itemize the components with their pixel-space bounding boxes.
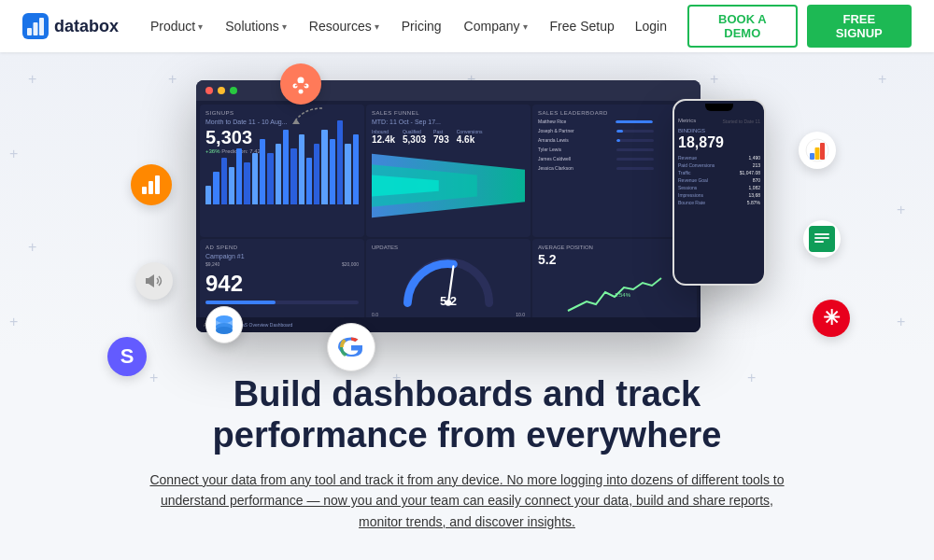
phone-metric-row: Sessions 1,082 [678,185,760,190]
phone-big-number: 18,879 [678,134,760,151]
stripe-icon: S [107,337,147,376]
nav-links: Product ▾ Solutions ▾ Resources ▾ Pricin… [141,13,624,39]
ad-spend-label: AD SPEND [205,245,359,250]
phone-metric-row: Bounce Rate 5.87% [678,200,760,205]
ad-spend-bar-bg [205,301,359,304]
window-titlebar [196,80,700,101]
phone-content: Metrics Started to Date 11 BINDINGS 18,8… [674,114,764,284]
leaderboard-row: Tyler Lewis $0,180 [538,147,691,152]
svg-rect-24 [142,187,147,194]
ad-spend-number: 942 [205,271,359,297]
svg-marker-15 [292,119,300,124]
megaphone-icon [135,262,173,300]
book-demo-button[interactable]: BOOK A DEMO [687,5,798,48]
leaderboard-title: SALES LEADERBOARD [538,110,691,116]
svg-point-8 [298,77,304,84]
google-ads-icon [799,132,836,169]
main-dashboard-window: SIGNUPS Month to Date 11 - 10 Aug... 5,3… [196,80,700,332]
svg-rect-23 [814,241,824,243]
hubspot-icon [280,63,321,105]
databox-bar-icon [131,164,172,205]
logo[interactable]: databox [22,13,119,39]
chevron-down-icon: ▾ [375,21,379,32]
gauge-svg: 5.2 [372,252,525,308]
dashboard-preview: SIGNUPS Month to Date 11 - 10 Aug... 5,3… [149,71,785,388]
sales-funnel-panel: SALES FUNNEL MTD: 11 Oct - Sep 17... Inb… [366,105,531,237]
google-sheets-icon [803,220,841,258]
ad-spend-range: $9,240 $20,000 [205,261,359,267]
google-g-icon [327,323,375,371]
hero-section: + + + + + + + + + + + + + + + SIGNUPS [0,52,934,560]
hero-subtext: Connect your data from any tool and trac… [149,469,785,532]
phone-mockup: Metrics Started to Date 11 BINDINGS 18,8… [672,99,766,286]
hero-subtext-underline: from any tool and track it from any devi… [261,472,500,487]
phone-metric-row: Impressions 13,68 [678,192,760,198]
svg-rect-3 [39,18,44,35]
leaderboard-row: Jessica Clarkson $0,000 [538,165,691,171]
svg-rect-25 [149,181,153,194]
svg-rect-19 [820,143,825,160]
phone-rows: Revenue 1,490 Paid Conversions 213 Traff… [678,155,760,205]
phone-metric-row: Paid Conversions 213 [678,162,760,168]
phone-title: Metrics [678,118,696,123]
phone-metric-row: Traffic $1,047.08 [678,170,760,175]
maximize-dot [230,87,237,94]
chevron-down-icon: ▾ [282,21,287,32]
phone-metric-row: Revenue Goal 870 [678,177,760,183]
phone-status-bar [674,101,764,114]
phone-date: Started to Date 11 [722,119,760,124]
login-button[interactable]: Login [624,13,678,39]
leaderboard-row: Amanda Lewis $5,294 [538,137,691,143]
dashboard-label-bar: Acme Acme SaaS Overview Dashboard [196,317,700,332]
svg-text:5.2: 5.2 [440,293,457,307]
gauge-panel: UPDATES 5.2 0.0 10.0 [366,239,531,329]
ad-spend-bar-fill [205,301,276,304]
svg-point-11 [299,90,304,94]
funnel-svg [372,148,525,223]
svg-rect-1 [27,28,32,35]
leaderboard-row: Matthew Rice $53,890 [538,119,691,124]
svg-rect-22 [814,237,829,239]
window-content: SIGNUPS Month to Date 11 - 10 Aug... 5,3… [196,101,700,332]
hero-text: Build dashboards and track performance f… [103,374,831,532]
nav-free-setup[interactable]: Free Setup [541,13,624,39]
nav-pricing[interactable]: Pricing [392,13,451,39]
svg-rect-17 [810,153,814,160]
leaderboard-row: James Caldwell $0,000 [538,156,691,161]
hero-headline: Build dashboards and track performance f… [103,374,831,455]
line-chart-svg: 1.54% [538,269,691,315]
nav-product[interactable]: Product ▾ [141,13,212,39]
gauge-range: 0.0 10.0 [372,312,525,317]
free-signup-button[interactable]: FREE SIGNUP [807,5,912,48]
nav-resources[interactable]: Resources ▾ [300,13,389,39]
leaderboard-row: Joseph & Partner $9,103 [538,128,691,133]
svg-text:1.54%: 1.54% [615,292,631,298]
hubspot-arrow [276,104,332,132]
nav-right: Login BOOK A DEMO FREE SIGNUP [624,5,912,48]
logo-icon [22,13,49,39]
svg-rect-18 [815,147,820,160]
navbar: databox Product ▾ Solutions ▾ Resources … [0,0,934,52]
funnel-date: MTD: 11 Oct - Sep 17... [372,119,525,125]
db-icon [205,306,243,343]
nav-company[interactable]: Company ▾ [455,13,537,39]
leaderboard-rows: Matthew Rice $53,890 Joseph & Partner $9… [538,119,691,171]
chevron-down-icon: ▾ [523,21,528,32]
phone-metric-row: Revenue 1,490 [678,155,760,161]
svg-rect-26 [155,175,160,194]
svg-rect-2 [34,22,38,35]
bar-chart [205,158,359,204]
gauge-label: UPDATES [372,245,525,250]
nav-solutions[interactable]: Solutions ▾ [216,13,296,39]
minimize-dot [218,87,225,94]
svg-point-31 [216,327,233,334]
asterisk-icon: ✳ [813,300,850,337]
phone-metric-label: BINDINGS [678,128,760,133]
line-chart-label: AVERAGE POSITION [538,245,691,250]
close-dot [205,87,213,94]
line-chart-number: 5.2 [538,252,691,267]
phone-notch [705,104,733,111]
chevron-down-icon: ▾ [198,21,203,32]
funnel-title: SALES FUNNEL [372,110,525,116]
ad-spend-sublabel: Campaign #1 [205,253,359,259]
